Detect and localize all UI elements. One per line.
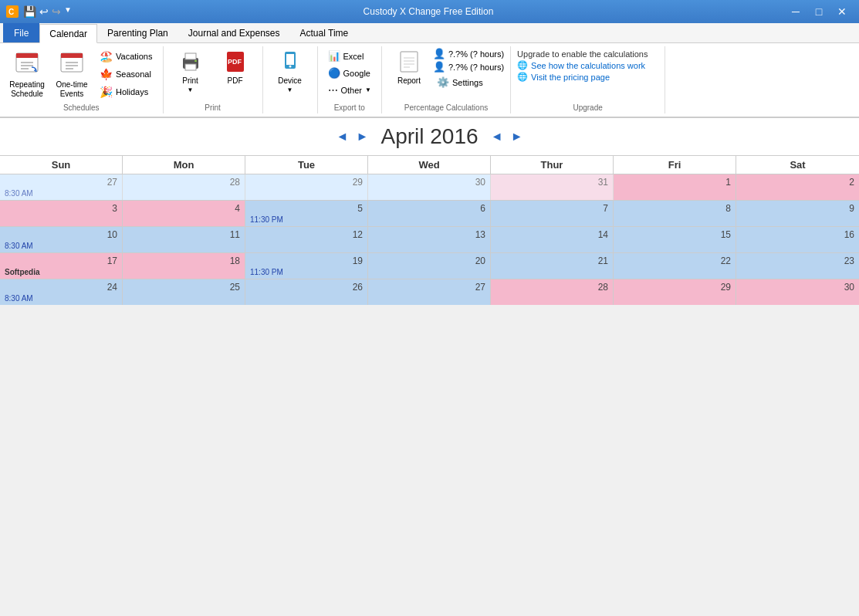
see-how-link[interactable]: 🌐 See how the calculations work xyxy=(517,60,658,70)
next-prev-button[interactable]: ◄ xyxy=(488,127,506,146)
pdf-icon: PDF xyxy=(224,50,247,75)
table-row[interactable]: 15 xyxy=(614,227,736,252)
holidays-icon: 🎉 xyxy=(100,86,113,98)
repeating-schedule-button[interactable]: RepeatingSchedule xyxy=(6,48,48,101)
table-row[interactable]: 4 xyxy=(123,201,245,226)
tab-file[interactable]: File xyxy=(3,23,39,42)
onetime-events-button[interactable]: One-timeEvents xyxy=(51,48,93,101)
table-row[interactable]: 29 xyxy=(614,279,736,305)
day-number: 31 xyxy=(494,176,610,188)
app-icon: C xyxy=(6,5,19,18)
table-row[interactable]: 1911:30 PM xyxy=(245,253,368,279)
day-number: 3 xyxy=(3,202,119,215)
holidays-button[interactable]: 🎉 Holidays xyxy=(96,83,157,100)
next-month-button[interactable]: ► xyxy=(508,127,526,146)
table-row[interactable]: 278:30 AM xyxy=(0,174,123,200)
minimize-button[interactable]: ─ xyxy=(785,3,807,20)
table-row[interactable]: 11 xyxy=(123,227,245,252)
calendar-nav: ◄ ► April 2016 ◄ ► xyxy=(0,118,859,155)
table-row[interactable]: 14 xyxy=(491,227,614,252)
calendar-title: April 2016 xyxy=(380,124,478,149)
table-row[interactable]: 248:30 AM xyxy=(0,279,123,305)
header-mon: Mon xyxy=(123,156,245,174)
report-icon xyxy=(397,50,421,75)
table-row[interactable]: 17Softpedia xyxy=(0,253,123,279)
table-row[interactable]: 2 xyxy=(736,174,859,200)
day-number: 30 xyxy=(739,281,856,293)
day-number: 12 xyxy=(249,228,364,241)
undo-icon[interactable]: ↩ xyxy=(39,5,49,18)
table-row[interactable]: 108:30 AM xyxy=(0,227,123,252)
redo-icon[interactable]: ↪ xyxy=(52,5,61,18)
table-row[interactable]: 25 xyxy=(123,279,245,305)
print-label: Print xyxy=(182,76,198,85)
table-row[interactable]: 12 xyxy=(245,227,368,252)
settings-button[interactable]: ⚙️ Settings xyxy=(433,74,504,90)
table-row[interactable]: 21 xyxy=(491,253,614,279)
vacations-icon: 🏖️ xyxy=(100,50,113,63)
table-row[interactable]: 28 xyxy=(123,174,245,200)
globe-icon: 🌐 xyxy=(517,60,528,70)
day-number: 23 xyxy=(739,255,856,267)
table-row[interactable]: 511:30 PM xyxy=(245,201,368,226)
day-number: 29 xyxy=(249,176,364,188)
day-number: 29 xyxy=(617,281,732,293)
table-row[interactable]: 16 xyxy=(736,227,859,252)
table-row[interactable]: 7 xyxy=(491,201,614,226)
day-number: 22 xyxy=(617,255,732,267)
repeating-schedule-label: RepeatingSchedule xyxy=(9,80,45,99)
close-button[interactable]: ✕ xyxy=(831,3,853,20)
save-icon[interactable]: 💾 xyxy=(23,5,36,18)
pdf-button[interactable]: PDF PDF xyxy=(215,48,256,87)
maximize-button[interactable]: □ xyxy=(808,3,830,20)
prev-month-button[interactable]: ► xyxy=(353,127,371,146)
day-number: 25 xyxy=(126,281,242,293)
print-arrow: ▼ xyxy=(188,86,194,93)
customize-icon[interactable]: ▼ xyxy=(64,5,72,18)
table-row[interactable]: 13 xyxy=(368,227,491,252)
person2-icon: 👤 xyxy=(433,61,445,73)
vacations-button[interactable]: 🏖️ Vacations xyxy=(96,48,157,65)
visit-pricing-link[interactable]: 🌐 Visit the pricing page xyxy=(517,72,658,82)
day-number: 21 xyxy=(494,255,610,267)
seasonal-label: Seasonal xyxy=(116,69,151,79)
print-button[interactable]: Print ▼ xyxy=(170,48,211,96)
table-row[interactable]: 23 xyxy=(736,253,859,279)
prev-year-button[interactable]: ◄ xyxy=(333,127,351,146)
report-button[interactable]: Report xyxy=(388,48,430,87)
table-row[interactable]: 1 xyxy=(614,174,736,200)
table-row[interactable]: 22 xyxy=(614,253,736,279)
tab-journal[interactable]: Journal and Expenses xyxy=(178,23,290,42)
day-event: Softpedia xyxy=(3,267,119,277)
repeating-schedule-icon xyxy=(15,50,39,79)
table-row[interactable]: 3 xyxy=(0,201,123,226)
seasonal-button[interactable]: 🍁 Seasonal xyxy=(96,66,157,83)
tab-parenting-plan[interactable]: Parenting Plan xyxy=(97,23,178,42)
svg-rect-14 xyxy=(185,64,196,70)
table-row[interactable]: 30 xyxy=(368,174,491,200)
quick-access-toolbar: 💾 ↩ ↪ ▼ xyxy=(23,5,72,18)
day-number: 14 xyxy=(494,228,610,241)
tab-actual-time[interactable]: Actual Time xyxy=(290,23,359,42)
tab-calendar[interactable]: Calendar xyxy=(39,24,97,43)
table-row[interactable]: 8 xyxy=(614,201,736,226)
table-row[interactable]: 28 xyxy=(491,279,614,305)
other-button[interactable]: ⋯ Other ▼ xyxy=(324,82,375,98)
table-row[interactable]: 30 xyxy=(736,279,859,305)
svg-rect-19 xyxy=(286,54,294,65)
table-row[interactable]: 20 xyxy=(368,253,491,279)
table-row[interactable]: 9 xyxy=(736,201,859,226)
table-row[interactable]: 26 xyxy=(245,279,368,305)
table-row[interactable]: 27 xyxy=(368,279,491,305)
excel-button[interactable]: 📊 Excel xyxy=(324,48,375,64)
report-label: Report xyxy=(397,76,421,85)
device-button[interactable]: Device ▼ xyxy=(269,48,311,96)
table-row[interactable]: 31 xyxy=(491,174,614,200)
table-row[interactable]: 6 xyxy=(368,201,491,226)
google-button[interactable]: 🔵 Google xyxy=(324,65,375,81)
table-row[interactable]: 18 xyxy=(123,253,245,279)
day-number: 6 xyxy=(371,202,487,215)
print-content: Print ▼ PDF PDF xyxy=(170,48,256,112)
table-row[interactable]: 29 xyxy=(245,174,368,200)
day-number: 26 xyxy=(249,281,364,293)
